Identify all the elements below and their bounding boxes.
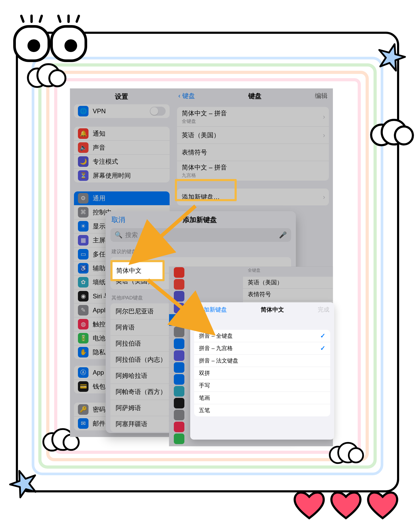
heart-icon (291, 488, 327, 521)
accessibility-icon: ♿ (78, 263, 88, 274)
accessibility-icon (174, 374, 184, 385)
siri-icon (174, 398, 184, 408)
keyboard-row-title: 简体中文 – 拼音 (182, 163, 324, 172)
cancel-button[interactable]: 取消 (111, 215, 125, 224)
sidebar-item-label: 通知 (93, 129, 166, 138)
cloud-doodle (27, 63, 60, 85)
sidebar-item-notifications[interactable]: 🔔通知 (74, 127, 170, 141)
flower-icon: ✿ (78, 277, 88, 288)
highlight-add-keyboard (175, 179, 237, 201)
vpn-toggle[interactable] (150, 107, 166, 116)
sidebar-item-label: 专注模式 (93, 157, 166, 166)
key-icon: 🔑 (78, 404, 88, 415)
mail-icon: ✉ (78, 418, 88, 429)
keyboard-row-title: 英语（美国） (182, 131, 324, 139)
option-label: 手写 (199, 382, 210, 389)
flower-icon (174, 386, 184, 397)
keyboard-row-sub: 九宫格 (182, 172, 324, 178)
hourglass-icon: ⏳ (78, 170, 88, 181)
cloud-doodle (370, 119, 407, 143)
mini-header: 全键盘 (243, 267, 333, 277)
sidebar-item-vpn[interactable]: 🌐 VPN (74, 104, 170, 118)
keyboard-row[interactable]: 简体中文 – 拼音全键盘› (177, 107, 329, 127)
gear-icon: ⚙ (78, 193, 88, 204)
mini-row[interactable]: 英语（美国） (243, 277, 333, 289)
switches-icon (174, 327, 184, 337)
heart-icon (365, 488, 400, 521)
keyboard-option-row[interactable]: 拼音 – 全键盘✓ (194, 330, 330, 342)
checkmark-icon: ✓ (320, 345, 325, 352)
highlight-label: 简体中文 (116, 266, 142, 275)
arrow-annotation (143, 201, 206, 255)
checkmark-icon: ✓ (320, 332, 325, 340)
rects-icon: ▭ (78, 249, 88, 260)
eyes-doodle (9, 4, 91, 70)
option-label: 拼音 – 九宫格 (199, 345, 233, 352)
rects-icon (174, 362, 184, 373)
switches-icon: ⌘ (78, 207, 88, 218)
chevron-right-icon: › (323, 131, 325, 139)
siri-icon: ◉ (78, 291, 88, 302)
moon-icon: 🌙 (78, 156, 88, 167)
keyboard-option-row[interactable]: 笔画 (194, 392, 330, 404)
pencil-icon: ✎ (78, 305, 88, 316)
keyboard-row-sub: 全键盘 (182, 118, 324, 124)
battery-icon: 🔋 (78, 333, 88, 343)
settings-title: 设置 (70, 88, 173, 105)
detail-title: 键盘 (248, 92, 262, 100)
hearts-row (291, 488, 400, 521)
keyboard-row[interactable]: 简体中文 – 拼音九宫格 (177, 161, 329, 181)
keyboards-list: 简体中文 – 拼音全键盘› 英语（美国）› 表情符号 简体中文 – 拼音九宫格 (177, 107, 329, 181)
keyboard-row[interactable]: 表情符号 (177, 144, 329, 161)
back-label: 添加新键盘 (198, 306, 227, 314)
battery-icon (174, 434, 184, 444)
option-label: 五笔 (199, 407, 210, 414)
edit-button[interactable]: 编辑 (315, 92, 328, 100)
mini-row[interactable]: 表情符号 (243, 289, 333, 300)
options-title: 简体中文 (261, 306, 284, 314)
sidebar-item-screentime[interactable]: ⏳屏幕使用时间 (74, 169, 170, 182)
keyboard-option-row[interactable]: 五笔 (194, 404, 330, 416)
screenshot-keyboard-options: ‹添加新键盘 简体中文 完成 键盘 拼音 – 全键盘✓ 拼音 – 九宫格✓ 拼音… (190, 302, 334, 440)
cloud-doodle (329, 442, 358, 461)
chevron-right-icon: › (323, 113, 325, 121)
keyboard-options-list: 拼音 – 全键盘✓ 拼音 – 九宫格✓ 拼音 – 法文键盘 双拼 手写 笔画 五… (194, 330, 330, 416)
sidebar-item-focus[interactable]: 🌙专注模式 (74, 155, 170, 169)
sidebar-item-sound[interactable]: 🔈声音 (74, 141, 170, 155)
sun-icon: ☀ (78, 221, 88, 232)
search-icon: 🔍 (115, 231, 123, 239)
bell-icon: 🔔 (78, 128, 88, 139)
back-label: 键盘 (182, 92, 195, 99)
options-section-header: 键盘 (190, 317, 334, 330)
option-label: 拼音 – 全键盘 (199, 332, 233, 340)
sidebar-item-label: VPN (93, 107, 150, 115)
sidebar-item-label: 屏幕使用时间 (93, 171, 166, 180)
keyboard-option-row[interactable]: 双拼 (194, 367, 330, 379)
search-placeholder: 搜索 (125, 231, 138, 239)
keyboard-option-row[interactable]: 手写 (194, 379, 330, 392)
grid-icon: ▦ (78, 235, 88, 246)
detail-navbar: ‹ 键盘 键盘 编辑 (173, 88, 333, 103)
sidebar-item-label: 声音 (93, 143, 166, 152)
sun-icon (174, 338, 184, 349)
option-label: 双拼 (199, 369, 210, 377)
hand-icon: ✋ (78, 347, 88, 357)
keyboard-option-row[interactable]: 拼音 – 法文键盘 (194, 355, 330, 367)
bell-icon (174, 267, 184, 278)
mic-icon[interactable]: 🎤 (279, 231, 287, 239)
keyboard-row-title: 表情符号 (182, 148, 324, 157)
globe-icon: 🌐 (78, 106, 88, 116)
keyboard-row-title: 简体中文 – 拼音 (182, 109, 324, 117)
grid-icon (174, 350, 184, 361)
back-button[interactable]: ‹ 键盘 (178, 92, 195, 100)
option-label: 笔画 (199, 394, 210, 402)
done-button[interactable]: 完成 (318, 306, 329, 314)
chevron-right-icon: › (323, 193, 325, 201)
keyboard-row[interactable]: 英语（美国）› (177, 127, 329, 144)
pencil-icon (174, 410, 184, 420)
appstore-icon: Ⓐ (78, 367, 88, 378)
cloud-doodle (43, 428, 74, 449)
options-navbar: ‹添加新键盘 简体中文 完成 (190, 302, 334, 317)
keyboard-option-row[interactable]: 拼音 – 九宫格✓ (194, 342, 330, 355)
speaker-icon: 🔈 (78, 142, 88, 153)
